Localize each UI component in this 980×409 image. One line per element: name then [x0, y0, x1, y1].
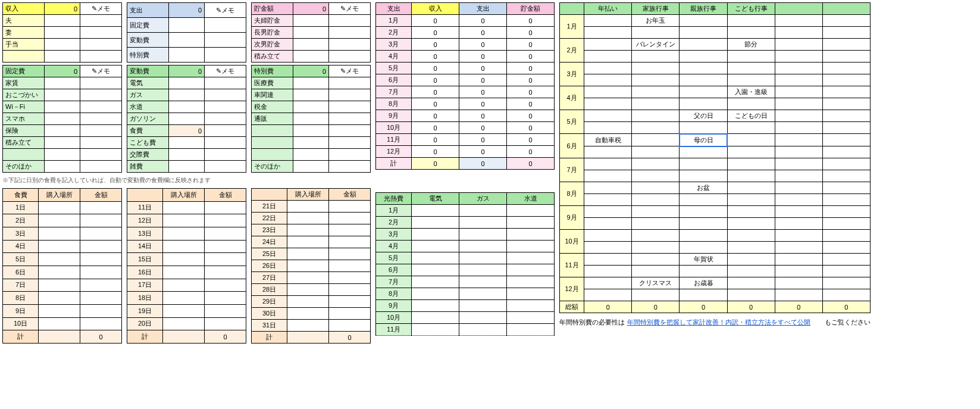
food-day: 26日: [252, 260, 287, 272]
memo-header: ✎メモ: [80, 3, 122, 15]
event-month: 5月: [560, 110, 584, 134]
food-day: 19日: [127, 304, 163, 317]
month-label: 8月: [376, 98, 412, 110]
food-day: 14日: [127, 240, 163, 253]
food-day: 6日: [3, 266, 39, 279]
income-table: 収入 0 ✎メモ 夫 妻 手当: [2, 2, 122, 63]
month-label: 10月: [376, 122, 412, 134]
util-month: 6月: [376, 264, 412, 276]
food-day: 21日: [252, 201, 287, 213]
food-day: 17日: [127, 279, 163, 292]
event-month: 7月: [560, 158, 584, 182]
food-day: 30日: [252, 308, 287, 320]
food-day: 15日: [127, 253, 163, 266]
util-month: 5月: [376, 252, 412, 264]
food-day: 18日: [127, 292, 163, 305]
util-month: 8月: [376, 288, 412, 300]
food-day: 13日: [127, 227, 163, 240]
food-day: 2日: [3, 214, 39, 227]
month-label: 6月: [376, 74, 412, 86]
special-cost-table: 特別費0✎メモ 医療費 車関連 税金 通販 そのほか: [251, 65, 371, 173]
footer-link[interactable]: 年間特別費を把握して家計改善！内訳・積立方法をすべて公開: [627, 318, 810, 327]
event-month: 10月: [560, 230, 584, 254]
month-label: 7月: [376, 86, 412, 98]
food-day: 12日: [127, 214, 163, 227]
month-label: 5月: [376, 63, 412, 74]
event-month: 9月: [560, 206, 584, 230]
food-day: 1日: [3, 201, 39, 214]
util-month: 2月: [376, 217, 412, 229]
income-title: 収入: [3, 3, 45, 15]
fixed-cost-table: 固定費0✎メモ 家賃 おこづかい Wi－Fi スマホ 保険 積み立て そのほか: [2, 65, 122, 173]
food-day: 22日: [252, 213, 287, 224]
food-day: 5日: [3, 253, 39, 266]
food-day: 27日: [252, 272, 287, 284]
util-month: 1月: [376, 205, 412, 217]
event-month: 2月: [560, 39, 584, 63]
month-label: 11月: [376, 134, 412, 146]
event-month: 11月: [560, 254, 584, 277]
month-label: 2月: [376, 27, 412, 39]
event-month: 12月: [560, 277, 584, 301]
food-day: 10日: [3, 317, 39, 330]
food-days-2: 購入場所金額 11日12日13日14日15日16日17日18日19日20日 計0: [127, 188, 246, 344]
month-label: 4月: [376, 51, 412, 63]
food-day: 28日: [252, 284, 287, 296]
food-day: 31日: [252, 320, 287, 332]
event-month: 4月: [560, 86, 584, 110]
expense-table: 支出 0 ✎メモ 固定費 変動費 特別費: [127, 2, 246, 63]
monthly-summary-table: 支出 収入 支出 貯金額 1月 0 0 02月 0 0 03月 0 0 04月 …: [375, 2, 555, 170]
utilities-table: 光熱費 電気 ガス 水道 1月 2月 3月 4月 5月 6月 7月 8月 9月 …: [375, 192, 555, 336]
savings-table: 貯金額 0 ✎メモ 夫婦貯金 長男貯金 次男貯金 積み立て: [251, 2, 371, 63]
food-day: 23日: [252, 224, 287, 236]
util-month: 11月: [376, 324, 412, 336]
food-day: 9日: [3, 304, 39, 317]
food-days-3: 購入場所金額 21日22日23日24日25日26日27日28日29日30日31日…: [251, 188, 371, 344]
util-month: 9月: [376, 300, 412, 312]
food-day: 8日: [3, 292, 39, 305]
util-month: 3月: [376, 229, 412, 241]
food-day: 3日: [3, 227, 39, 240]
food-day: 29日: [252, 296, 287, 308]
event-month: 1月: [560, 15, 584, 39]
event-month: 8月: [560, 182, 584, 206]
month-label: 9月: [376, 110, 412, 122]
month-label: 1月: [376, 15, 412, 27]
food-day: 11日: [127, 201, 163, 214]
food-day: 4日: [3, 240, 39, 253]
food-note: ※下記に日別の食費を記入していれば、自動で変動費の食費欄に反映されます: [2, 175, 371, 186]
income-value[interactable]: 0: [45, 3, 80, 15]
footer-note: 年間特別費の必要性は 年間特別費を把握して家計改善！内訳・積立方法をすべて公開 …: [559, 318, 871, 327]
variable-cost-table: 変動費0✎メモ 電気 ガス 水道 ガソリン 食費0 こども費 交際費 雑費: [127, 65, 246, 173]
food-days-1: 食費購入場所金額 1日2日3日4日5日6日7日8日9日10日 計0: [2, 188, 122, 344]
food-day: 24日: [252, 236, 287, 248]
month-label: 3月: [376, 39, 412, 51]
events-table: 年払い 家族行事 親族行事 こども行事 1月 お年玉 2月 バレンタイン 節分 …: [559, 2, 871, 313]
event-month: 3月: [560, 63, 584, 86]
food-day: 25日: [252, 248, 287, 260]
month-label: 12月: [376, 146, 412, 158]
food-day: 7日: [3, 279, 39, 292]
event-month: 6月: [560, 134, 584, 158]
food-day: 16日: [127, 266, 163, 279]
util-month: 10月: [376, 312, 412, 324]
util-month: 7月: [376, 276, 412, 288]
util-month: 4月: [376, 241, 412, 252]
food-day: 20日: [127, 317, 163, 330]
